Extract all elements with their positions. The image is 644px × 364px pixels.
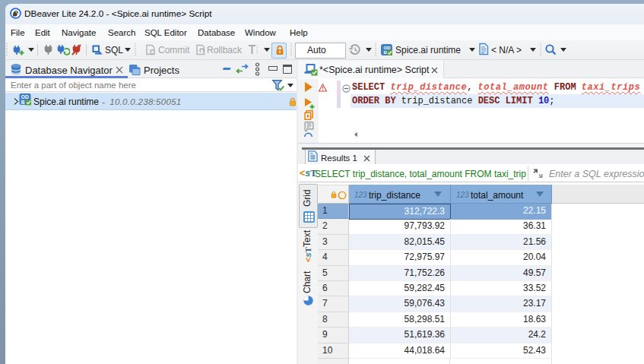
svg-text:OD: OD bbox=[384, 46, 392, 50]
svg-text:B: B bbox=[21, 100, 25, 105]
svg-text:B: B bbox=[384, 50, 388, 55]
